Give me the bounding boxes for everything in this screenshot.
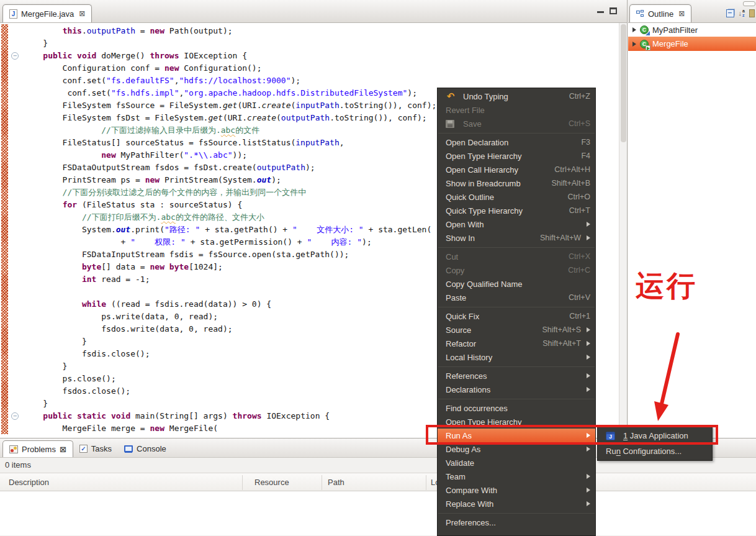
menu-item-undo-typing[interactable]: ↶Undo TypingCtrl+Z: [438, 89, 595, 103]
gutter-line[interactable]: [8, 37, 23, 50]
gutter-line[interactable]: [8, 75, 23, 87]
gutter-line[interactable]: [8, 360, 23, 373]
clipped-toolbar-icon[interactable]: [749, 9, 755, 17]
column-header-description[interactable]: Description: [9, 473, 49, 492]
menu-item-show-in-breadcrumb[interactable]: Show in BreadcrumbShift+Alt+B: [438, 176, 595, 190]
menu-item-label: Team: [446, 472, 466, 481]
gutter-line[interactable]: [8, 273, 23, 286]
menu-item-references[interactable]: References: [438, 369, 595, 383]
gutter-line[interactable]: [8, 211, 23, 224]
gutter-line[interactable]: [8, 335, 23, 348]
gutter-line[interactable]: [8, 311, 23, 323]
tree-expand-icon[interactable]: [632, 42, 636, 47]
code-line[interactable]: Configuration conf = new Configuration()…: [24, 62, 618, 75]
tab-close-icon[interactable]: ⊠: [60, 445, 66, 454]
tree-expand-icon[interactable]: [632, 27, 636, 32]
menu-item-local-history[interactable]: Local History: [438, 350, 595, 364]
menu-item-source[interactable]: SourceShift+Alt+S: [438, 323, 595, 337]
menu-item-open-with[interactable]: Open With: [438, 217, 595, 231]
code-line[interactable]: this.outputPath = new Path(output);: [24, 25, 618, 37]
menu-item-open-type-hierarchy[interactable]: Open Type HierarchyF4: [438, 149, 595, 163]
menu-item-shortcut: Ctrl+C: [568, 266, 590, 275]
menu-item-declarations[interactable]: Declarations: [438, 383, 595, 396]
menu-item-shortcut: Ctrl+O: [568, 193, 590, 201]
gutter-line[interactable]: [8, 286, 23, 298]
menu-item-paste[interactable]: PasteCtrl+V: [438, 291, 595, 304]
editor-gutter[interactable]: −−: [8, 25, 23, 435]
menu-item-quick-type-hierarchy[interactable]: Quick Type HierarchyCtrl+T: [438, 204, 595, 217]
gutter-line[interactable]: [8, 236, 23, 248]
menu-item-label: Paste: [446, 293, 466, 302]
menu-item-label: Replace With: [446, 499, 493, 509]
code-line[interactable]: }: [24, 37, 618, 50]
gutter-line[interactable]: [8, 248, 23, 261]
menu-item-team[interactable]: Team: [438, 470, 595, 483]
editor-tab-mergefile[interactable]: J MergeFile.java ⊠: [2, 4, 92, 22]
outline-tab[interactable]: Outline ⊠: [629, 4, 691, 22]
gutter-line[interactable]: −: [8, 410, 23, 422]
gutter-line[interactable]: [8, 25, 23, 37]
menu-item-replace-with[interactable]: Replace With: [438, 497, 595, 511]
gutter-line[interactable]: [8, 385, 23, 397]
gutter-line[interactable]: [8, 348, 23, 360]
menu-item-quick-fix[interactable]: Quick FixCtrl+1: [438, 309, 595, 323]
outline-close-icon[interactable]: ⊠: [678, 9, 685, 18]
scrollbar-thumb[interactable]: [621, 24, 626, 142]
gutter-line[interactable]: [8, 149, 23, 161]
menu-item-open-call-hierarchy[interactable]: Open Call HierarchyCtrl+Alt+H: [438, 163, 595, 176]
minimize-icon[interactable]: [597, 7, 604, 13]
gutter-line[interactable]: [8, 137, 23, 149]
menu-item-refactor[interactable]: RefactorShift+Alt+T: [438, 337, 595, 350]
gutter-line[interactable]: [8, 373, 23, 385]
gutter-line[interactable]: [8, 87, 23, 99]
submenu-item-label: Run Configurations...: [606, 447, 682, 456]
menu-item-quick-outline[interactable]: Quick OutlineCtrl+O: [438, 190, 595, 204]
minimized-toolbar-box[interactable]: [743, 1, 755, 6]
gutter-line[interactable]: [8, 323, 23, 335]
tab-close-icon[interactable]: ⊠: [79, 9, 85, 18]
sort-az-icon[interactable]: ↓az: [739, 9, 745, 17]
submenu-item-run-configurations[interactable]: Run Configurations...: [598, 443, 712, 459]
gutter-line[interactable]: [8, 124, 23, 137]
gutter-line[interactable]: [8, 422, 23, 435]
menu-item-compare-with[interactable]: Compare With: [438, 483, 595, 497]
column-header-path[interactable]: Path: [328, 473, 344, 492]
outline-item-mypathfilter[interactable]: CMyPathFilter: [628, 23, 756, 37]
menu-item-preferences[interactable]: Preferences...: [438, 516, 595, 529]
maximize-icon[interactable]: [610, 7, 617, 14]
menu-item-find-occurrences[interactable]: Find occurrences: [438, 401, 595, 415]
fold-collapse-icon[interactable]: −: [11, 52, 19, 60]
gutter-line[interactable]: −: [8, 50, 23, 62]
outline-item-mergefile[interactable]: CMergeFile: [628, 37, 756, 51]
fold-collapse-icon[interactable]: −: [11, 412, 19, 420]
tab-tasks[interactable]: ✓Tasks: [73, 440, 118, 457]
menu-item-label: Find occurrences: [446, 404, 508, 413]
gutter-line[interactable]: [8, 174, 23, 186]
gutter-line[interactable]: [8, 261, 23, 273]
collapse-all-icon[interactable]: −: [726, 9, 734, 17]
code-line[interactable]: conf.set("fs.defaultFS","hdfs://localhos…: [24, 75, 618, 87]
gutter-line[interactable]: [8, 397, 23, 410]
tab-console[interactable]: Console: [118, 440, 173, 457]
gutter-line[interactable]: [8, 99, 23, 112]
editor-scrollbar[interactable]: [619, 23, 627, 438]
menu-item-copy-qualified-name[interactable]: Copy Qualified Name: [438, 277, 595, 291]
column-header-resource[interactable]: Resource: [254, 473, 289, 492]
gutter-line[interactable]: [8, 186, 23, 199]
gutter-line[interactable]: [8, 161, 23, 174]
gutter-line[interactable]: [8, 199, 23, 211]
menu-item-open-declaration[interactable]: Open DeclarationF3: [438, 135, 595, 149]
submenu-arrow-icon: [587, 373, 590, 378]
gutter-line[interactable]: [8, 224, 23, 236]
menu-item-show-in[interactable]: Show InShift+Alt+W: [438, 231, 595, 245]
gutter-line[interactable]: [8, 62, 23, 75]
menu-item-revert-file: Revert File: [438, 103, 595, 117]
menu-item-validate[interactable]: Validate: [438, 456, 595, 470]
gutter-line[interactable]: [8, 112, 23, 124]
tab-problems[interactable]: Problems⊠: [2, 440, 73, 457]
code-line[interactable]: public void doMerge() throws IOException…: [24, 50, 618, 62]
bottom-tab-label: Tasks: [91, 444, 112, 453]
gutter-line[interactable]: [8, 298, 23, 311]
menu-item-label: Quick Type Hierarchy: [446, 206, 523, 216]
menu-item-cut: CutCtrl+X: [438, 250, 595, 263]
